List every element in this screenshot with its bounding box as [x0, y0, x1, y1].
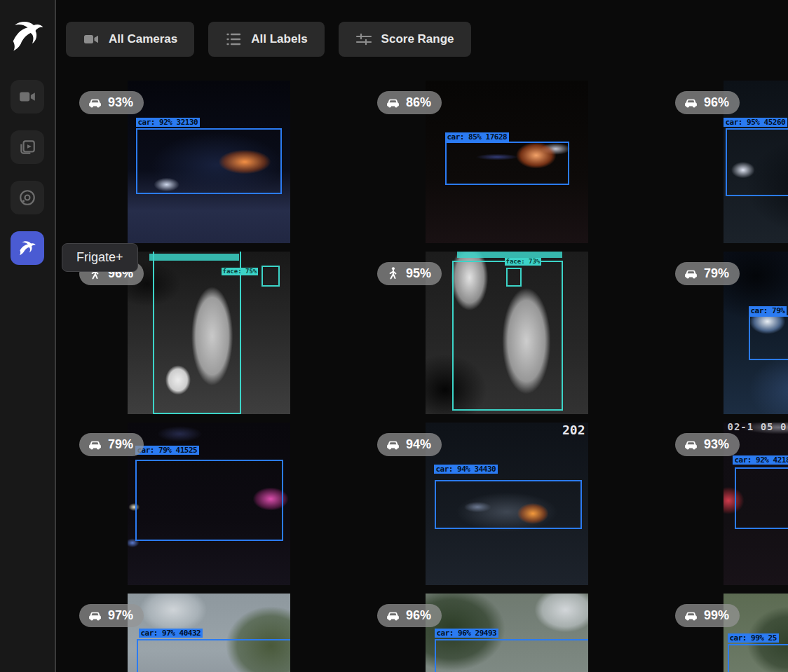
detection-label: car: 92% 4218	[733, 455, 788, 465]
snapshot-cell: 96% car: 95% 45260	[655, 81, 788, 243]
car-icon	[684, 95, 698, 110]
face-label: face: 73%	[505, 258, 542, 266]
snapshot-cell: 97% car: 97% 40432	[60, 594, 358, 672]
score-badge: 94%	[377, 433, 442, 456]
car-icon	[684, 437, 698, 452]
face-label: face: 75%	[222, 268, 259, 275]
score-value: 94%	[406, 437, 431, 452]
camera-timestamp: 202	[562, 423, 585, 437]
detection-label: car: 79% 41525	[135, 446, 200, 455]
car-icon	[386, 437, 400, 452]
all-labels-filter-button[interactable]: All Labels	[208, 22, 324, 57]
snapshot-cell: 79% car: 79% 41525	[60, 423, 358, 585]
snapshot-cell: 93% car: 92% 32130	[60, 81, 358, 243]
snapshot-cell: 79% car: 79%	[655, 252, 788, 414]
snapshot-cell: 95% face: 73%	[358, 252, 655, 414]
sliders-icon	[355, 31, 372, 48]
detection-bounding-box	[435, 639, 588, 672]
filter-toolbar: All Cameras All Labels Score Range	[57, 0, 788, 57]
detection-bounding-box	[735, 467, 788, 529]
detection-bounding-box	[749, 315, 788, 360]
camera-timestamp: 02-1 05 0	[728, 423, 787, 432]
score-badge: 96%	[675, 91, 740, 114]
snapshot-thumbnail[interactable]: face: 73%	[426, 252, 588, 414]
detection-label: car: 85% 17628	[445, 132, 510, 142]
score-value: 86%	[406, 95, 431, 110]
detection-bounding-box	[445, 142, 569, 185]
score-badge: 79%	[79, 433, 144, 456]
face-bounding-box	[261, 266, 280, 287]
score-range-filter-button[interactable]: Score Range	[339, 22, 471, 57]
score-badge: 95%	[377, 262, 442, 285]
sidebar-item-live[interactable]	[11, 80, 44, 114]
detection-bounding-box	[135, 460, 283, 541]
snapshot-cell: 96% face: 75%	[60, 252, 358, 414]
car-icon	[88, 437, 102, 452]
snapshot-thumbnail[interactable]: car: 85% 17628	[426, 81, 588, 243]
detection-label: car: 79%	[749, 306, 787, 315]
filter-label: Score Range	[381, 32, 454, 46]
detection-bounding-box	[435, 480, 582, 529]
snapshot-thumbnail[interactable]: car: 92% 32130	[128, 81, 290, 243]
score-badge: 97%	[79, 604, 144, 627]
sidebar-item-frigate-plus[interactable]	[11, 231, 44, 265]
score-badge: 86%	[377, 91, 442, 114]
score-badge: 79%	[675, 262, 740, 285]
score-value: 95%	[406, 266, 431, 281]
detection-label: car: 94% 34430	[434, 465, 498, 474]
score-value: 96%	[406, 608, 431, 623]
score-value: 93%	[108, 95, 133, 110]
snapshot-cell: 86% car: 85% 17628	[358, 81, 655, 243]
sidebar	[0, 0, 56, 672]
snapshot-grid: 93% car: 92% 32130 86% car: 85% 17628	[60, 81, 788, 672]
score-value: 93%	[704, 437, 729, 452]
snapshot-cell: 99% car: 99% 25	[655, 594, 788, 672]
detection-label: car: 96% 29493	[435, 629, 499, 638]
detection-label: car: 99% 25	[728, 633, 779, 643]
snapshot-cell: 96% car: 96% 29493	[358, 594, 655, 672]
snapshot-cell: 94% 202 car: 94% 34430	[358, 423, 655, 585]
score-value: 79%	[704, 266, 729, 281]
main-content: All Cameras All Labels Score Range 93% c…	[57, 0, 788, 672]
score-badge: 93%	[675, 433, 740, 456]
detection-label	[457, 252, 562, 258]
camera-icon	[18, 88, 36, 106]
face-bounding-box	[506, 268, 522, 287]
detection-label: car: 97% 40432	[139, 629, 203, 638]
score-value: 99%	[704, 608, 729, 623]
car-icon	[386, 95, 400, 110]
score-value: 79%	[108, 437, 133, 452]
car-icon	[684, 266, 698, 281]
snapshot-thumbnail[interactable]: car: 96% 29493	[426, 594, 588, 672]
car-icon	[88, 95, 102, 110]
score-value: 97%	[108, 608, 133, 623]
filter-label: All Labels	[251, 32, 307, 46]
snapshot-cell: 93% 02-1 05 0 car: 92% 4218	[655, 423, 788, 585]
detection-label: car: 92% 32130	[136, 118, 201, 127]
person-icon	[386, 266, 400, 281]
detection-label: car: 95% 45260	[724, 118, 788, 127]
snapshot-thumbnail[interactable]: car: 79% 41525	[128, 423, 290, 585]
record-icon	[18, 188, 36, 207]
score-value: 96%	[704, 95, 729, 110]
frigate-logo	[7, 15, 47, 55]
sidebar-item-review[interactable]	[11, 130, 44, 164]
list-icon	[225, 31, 242, 48]
sidebar-item-export[interactable]	[11, 181, 44, 214]
bird-icon	[18, 239, 36, 257]
all-cameras-filter-button[interactable]: All Cameras	[66, 22, 194, 57]
detection-bounding-box	[728, 644, 788, 672]
car-icon	[684, 608, 698, 623]
car-icon	[386, 608, 400, 623]
snapshot-thumbnail[interactable]: 202 car: 94% 34430	[426, 423, 588, 585]
person-bounding-box	[153, 252, 241, 414]
snapshot-thumbnail[interactable]: car: 97% 40432	[128, 594, 290, 672]
frigate-plus-tooltip: Frigate+	[62, 243, 138, 272]
car-icon	[88, 608, 102, 623]
detection-bounding-box	[726, 128, 788, 196]
snapshot-thumbnail[interactable]: face: 75%	[128, 252, 290, 414]
score-badge: 93%	[79, 91, 144, 114]
camera-icon	[83, 31, 100, 48]
review-icon	[18, 138, 36, 156]
filter-label: All Cameras	[109, 32, 177, 46]
